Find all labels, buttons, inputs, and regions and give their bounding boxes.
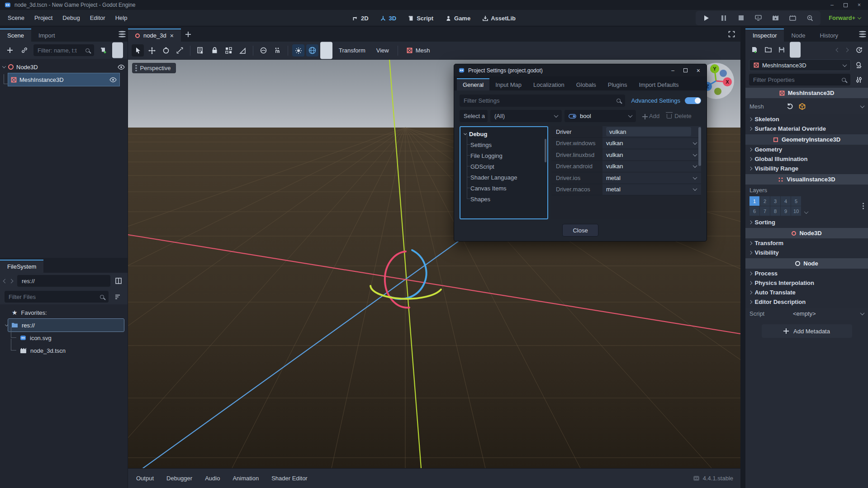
open-docs-icon[interactable] (854, 60, 864, 71)
menu-editor[interactable]: Editor (85, 12, 110, 24)
tab-general[interactable]: General (457, 78, 489, 90)
preview-environment-button[interactable] (306, 44, 318, 57)
layers-expand-icon[interactable] (804, 209, 809, 214)
section-process[interactable]: Process (745, 269, 868, 278)
expand-chevron-icon[interactable] (5, 323, 8, 326)
perspective-menu[interactable]: Perspective (132, 63, 176, 73)
filter-settings-input[interactable] (460, 95, 625, 107)
expand-chevron-icon[interactable] (2, 64, 6, 68)
section-transform[interactable]: Transform (745, 238, 868, 248)
script-value[interactable]: <empty> (793, 310, 816, 317)
window-close-button[interactable]: × (858, 2, 861, 8)
tab-history[interactable]: History (813, 28, 845, 42)
select-tool-button[interactable] (132, 44, 144, 57)
scrollbar-thumb[interactable] (698, 127, 701, 166)
history-forward-icon[interactable] (844, 47, 849, 52)
workspace-assetlib[interactable]: AssetLib (482, 15, 516, 22)
category-filter-dropdown[interactable]: (All) (490, 110, 562, 122)
property-mesh[interactable]: Mesh (745, 98, 868, 114)
attach-script-button[interactable] (98, 45, 109, 56)
section-skeleton[interactable]: Skeleton (745, 114, 868, 124)
play-scene-button[interactable] (770, 13, 781, 24)
nav-forward-icon[interactable] (9, 279, 14, 283)
category-node3d[interactable]: Node3D (745, 228, 868, 238)
tree-row-meshinstance3d[interactable]: MeshInstance3D (8, 73, 119, 86)
layers-menu-icon[interactable] (863, 205, 864, 207)
tree-item-canvas-items[interactable]: Canvas Items (460, 183, 547, 194)
tree-item-debug[interactable]: Debug (460, 128, 547, 139)
tab-node3d-scene[interactable]: node_3d × (128, 28, 181, 42)
close-tab-icon[interactable]: × (170, 32, 174, 39)
property-tools-icon[interactable] (854, 74, 864, 85)
rotate-tool-button[interactable] (160, 44, 172, 57)
driver-macos-dropdown[interactable]: metal (602, 184, 701, 195)
driver-windows-dropdown[interactable]: vulkan (602, 138, 701, 149)
category-geometryinstance3d[interactable]: GeometryInstance3D (745, 134, 868, 145)
load-resource-button[interactable] (763, 44, 773, 55)
transform-menu[interactable]: Transform (334, 47, 370, 54)
tab-node[interactable]: Node (784, 28, 812, 42)
dialog-close-icon[interactable]: × (697, 67, 700, 74)
layer-cell-8[interactable]: 8 (770, 206, 780, 216)
layer-cell-5[interactable]: 5 (791, 196, 801, 206)
tab-input-map[interactable]: Input Map (489, 78, 527, 90)
menu-help[interactable]: Help (110, 12, 133, 24)
view-menu[interactable]: View (372, 47, 394, 54)
workspace-2d[interactable]: 2D (352, 15, 369, 22)
bottom-tab-animation[interactable]: Animation (227, 471, 264, 485)
list-select-button[interactable] (194, 44, 207, 57)
file-row-icon-svg[interactable]: icon.svg (0, 332, 128, 344)
dialog-maximize-button[interactable] (683, 68, 688, 72)
play-button[interactable] (701, 13, 712, 24)
tab-globals[interactable]: Globals (570, 78, 602, 90)
tab-filesystem[interactable]: FileSystem (0, 260, 43, 273)
filesystem-filter-input[interactable] (5, 291, 109, 303)
chevron-down-icon[interactable] (860, 311, 865, 315)
driver-ios-dropdown[interactable]: metal (602, 172, 701, 184)
scrollbar-thumb[interactable] (545, 139, 546, 162)
file-row-node3d-tscn[interactable]: node_3d.tscn (0, 344, 128, 357)
tab-localization[interactable]: Localization (527, 78, 570, 90)
inspector-dock-menu-icon[interactable] (859, 33, 866, 35)
movie-maker-icon[interactable] (804, 13, 815, 24)
add-setting-button[interactable]: Add (642, 113, 659, 119)
resource-menu-icon[interactable] (790, 44, 801, 55)
bottom-tab-output[interactable]: Output (131, 471, 159, 485)
undo-icon[interactable] (787, 103, 793, 109)
history-back-icon[interactable] (836, 47, 840, 52)
tab-import-defaults[interactable]: Import Defaults (633, 78, 684, 90)
section-sorting[interactable]: Sorting (745, 218, 868, 227)
chevron-down-icon[interactable] (860, 104, 865, 108)
stop-button[interactable] (735, 13, 746, 24)
tree-item-shader-language[interactable]: Shader Language (460, 172, 547, 183)
layer-cell-2[interactable]: 2 (760, 196, 770, 206)
dialog-minimize-button[interactable]: – (671, 67, 674, 74)
instance-scene-button[interactable] (19, 45, 30, 56)
layer-cell-4[interactable]: 4 (781, 196, 791, 206)
layer-cell-9[interactable]: 9 (781, 206, 791, 216)
remote-debug-icon[interactable] (753, 13, 764, 24)
tree-row-node3d[interactable]: Node3D (0, 61, 128, 73)
group-selected-button[interactable] (223, 44, 235, 57)
lock-selected-button[interactable] (209, 44, 221, 57)
mesh-menu[interactable]: Mesh (402, 47, 435, 54)
favorites-row[interactable]: ★ Favorites: (0, 306, 128, 319)
section-global-illumination[interactable]: Global Illumination (745, 154, 868, 164)
section-editor-description[interactable]: Editor Description (745, 297, 868, 307)
section-geometry[interactable]: Geometry (745, 145, 868, 154)
expand-viewport-icon[interactable] (728, 31, 740, 38)
category-visualinstance3d[interactable]: VisualInstance3D (745, 174, 868, 185)
res-root-row[interactable]: res:// (8, 319, 124, 332)
edited-object-selector[interactable]: MeshInstance3D (749, 59, 851, 71)
new-resource-button[interactable] (749, 44, 760, 55)
dialog-close-button[interactable]: Close (562, 224, 598, 237)
workspace-3d[interactable]: 3D (380, 15, 397, 22)
delete-setting-button[interactable]: Delete (667, 113, 692, 119)
dialog-titlebar[interactable]: Project Settings (project.godot) – × (454, 64, 707, 76)
section-physics-interpolation[interactable]: Physics Interpolation (745, 278, 868, 288)
property-script[interactable]: Script <empty> (745, 308, 868, 320)
tree-item-settings[interactable]: Settings (460, 139, 547, 150)
section-surface-material-override[interactable]: Surface Material Override (745, 124, 868, 133)
advanced-settings-toggle[interactable] (685, 97, 701, 104)
scene-tree-menu-icon[interactable] (112, 45, 123, 56)
